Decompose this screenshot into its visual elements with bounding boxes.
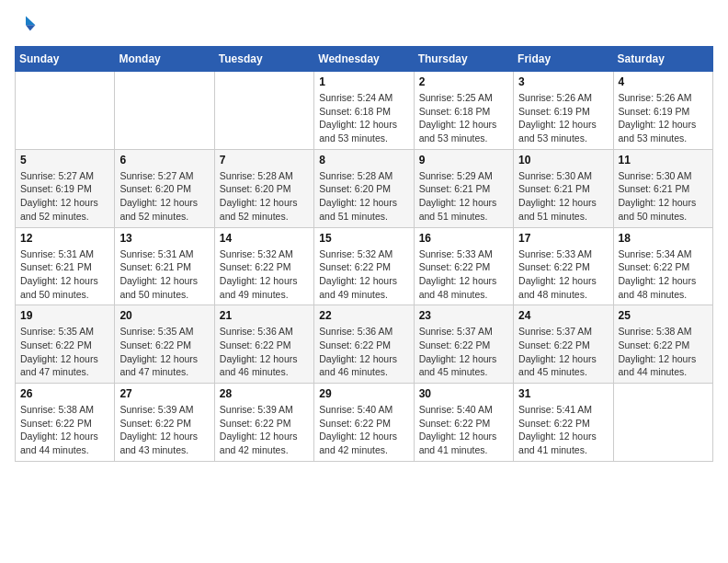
day-number: 29: [319, 387, 408, 400]
calendar-cell: 3Sunrise: 5:26 AM Sunset: 6:19 PM Daylig…: [514, 72, 613, 150]
day-info: Sunrise: 5:39 AM Sunset: 6:22 PM Dayligh…: [119, 403, 209, 457]
calendar-cell: 11Sunrise: 5:30 AM Sunset: 6:21 PM Dayli…: [613, 149, 712, 227]
calendar-day-header: Wednesday: [314, 47, 414, 72]
day-number: 15: [319, 232, 408, 245]
day-number: 13: [119, 232, 209, 245]
day-number: 18: [619, 232, 708, 245]
calendar-cell: 19Sunrise: 5:35 AM Sunset: 6:22 PM Dayli…: [16, 305, 115, 384]
calendar-day-header: Thursday: [414, 47, 513, 72]
calendar-cell: 15Sunrise: 5:32 AM Sunset: 6:22 PM Dayli…: [314, 227, 414, 305]
calendar-cell: [613, 384, 712, 462]
logo-icon: [15, 15, 37, 37]
day-info: Sunrise: 5:33 AM Sunset: 6:22 PM Dayligh…: [419, 247, 508, 302]
day-info: Sunrise: 5:30 AM Sunset: 6:21 PM Dayligh…: [518, 169, 608, 224]
calendar-cell: 24Sunrise: 5:37 AM Sunset: 6:22 PM Dayli…: [514, 305, 613, 384]
calendar-cell: 10Sunrise: 5:30 AM Sunset: 6:21 PM Dayli…: [514, 149, 613, 227]
calendar-cell: 20Sunrise: 5:35 AM Sunset: 6:22 PM Dayli…: [115, 305, 214, 384]
day-number: 16: [419, 232, 508, 245]
day-info: Sunrise: 5:39 AM Sunset: 6:22 PM Dayligh…: [220, 403, 309, 457]
calendar-cell: 31Sunrise: 5:41 AM Sunset: 6:22 PM Dayli…: [514, 384, 613, 462]
day-number: 31: [518, 387, 608, 400]
day-info: Sunrise: 5:31 AM Sunset: 6:21 PM Dayligh…: [119, 247, 209, 302]
day-info: Sunrise: 5:40 AM Sunset: 6:22 PM Dayligh…: [319, 403, 408, 457]
calendar-cell: 5Sunrise: 5:27 AM Sunset: 6:19 PM Daylig…: [16, 149, 115, 227]
calendar-cell: 8Sunrise: 5:28 AM Sunset: 6:20 PM Daylig…: [314, 149, 414, 227]
day-number: 12: [20, 232, 109, 245]
calendar-cell: 21Sunrise: 5:36 AM Sunset: 6:22 PM Dayli…: [214, 305, 313, 384]
day-info: Sunrise: 5:28 AM Sunset: 6:20 PM Dayligh…: [319, 169, 408, 224]
day-number: 26: [20, 387, 109, 400]
day-info: Sunrise: 5:27 AM Sunset: 6:20 PM Dayligh…: [119, 169, 209, 224]
day-number: 7: [220, 154, 309, 167]
day-number: 4: [619, 75, 708, 88]
calendar-week-row: 19Sunrise: 5:35 AM Sunset: 6:22 PM Dayli…: [16, 305, 713, 384]
day-info: Sunrise: 5:37 AM Sunset: 6:22 PM Dayligh…: [518, 325, 608, 379]
day-info: Sunrise: 5:27 AM Sunset: 6:19 PM Dayligh…: [20, 169, 109, 224]
day-number: 14: [220, 232, 309, 245]
day-info: Sunrise: 5:26 AM Sunset: 6:19 PM Dayligh…: [619, 91, 708, 145]
calendar-cell: [115, 72, 214, 150]
day-info: Sunrise: 5:40 AM Sunset: 6:22 PM Dayligh…: [419, 403, 508, 457]
calendar-cell: 26Sunrise: 5:38 AM Sunset: 6:22 PM Dayli…: [16, 384, 115, 462]
day-info: Sunrise: 5:36 AM Sunset: 6:22 PM Dayligh…: [220, 325, 309, 379]
day-number: 25: [619, 309, 708, 322]
day-info: Sunrise: 5:30 AM Sunset: 6:21 PM Dayligh…: [619, 169, 708, 224]
calendar-cell: 4Sunrise: 5:26 AM Sunset: 6:19 PM Daylig…: [613, 72, 712, 150]
day-info: Sunrise: 5:26 AM Sunset: 6:19 PM Dayligh…: [518, 91, 608, 145]
calendar-table: SundayMondayTuesdayWednesdayThursdayFrid…: [15, 46, 713, 462]
day-info: Sunrise: 5:37 AM Sunset: 6:22 PM Dayligh…: [419, 325, 508, 379]
day-info: Sunrise: 5:31 AM Sunset: 6:21 PM Dayligh…: [20, 247, 109, 302]
calendar-cell: 30Sunrise: 5:40 AM Sunset: 6:22 PM Dayli…: [414, 384, 513, 462]
logo: [15, 15, 40, 37]
day-number: 6: [119, 154, 209, 167]
calendar-cell: 23Sunrise: 5:37 AM Sunset: 6:22 PM Dayli…: [414, 305, 513, 384]
calendar-cell: 2Sunrise: 5:25 AM Sunset: 6:18 PM Daylig…: [414, 72, 513, 150]
day-number: 23: [419, 309, 508, 322]
calendar-cell: 1Sunrise: 5:24 AM Sunset: 6:18 PM Daylig…: [314, 72, 414, 150]
day-number: 24: [518, 309, 608, 322]
day-number: 27: [119, 387, 209, 400]
calendar-cell: 28Sunrise: 5:39 AM Sunset: 6:22 PM Dayli…: [214, 384, 313, 462]
day-info: Sunrise: 5:29 AM Sunset: 6:21 PM Dayligh…: [419, 169, 508, 224]
page-header: [15, 15, 713, 37]
day-number: 9: [419, 154, 508, 167]
day-info: Sunrise: 5:28 AM Sunset: 6:20 PM Dayligh…: [220, 169, 309, 224]
calendar-day-header: Friday: [514, 47, 613, 72]
day-info: Sunrise: 5:25 AM Sunset: 6:18 PM Dayligh…: [419, 91, 508, 145]
svg-marker-0: [26, 17, 35, 26]
calendar-cell: 12Sunrise: 5:31 AM Sunset: 6:21 PM Dayli…: [16, 227, 115, 305]
calendar-cell: 18Sunrise: 5:34 AM Sunset: 6:22 PM Dayli…: [613, 227, 712, 305]
calendar-cell: 9Sunrise: 5:29 AM Sunset: 6:21 PM Daylig…: [414, 149, 513, 227]
day-number: 20: [119, 309, 209, 322]
day-number: 10: [518, 154, 608, 167]
day-info: Sunrise: 5:24 AM Sunset: 6:18 PM Dayligh…: [319, 91, 408, 145]
calendar-day-header: Tuesday: [214, 47, 313, 72]
day-info: Sunrise: 5:41 AM Sunset: 6:22 PM Dayligh…: [518, 403, 608, 457]
day-info: Sunrise: 5:32 AM Sunset: 6:22 PM Dayligh…: [319, 247, 408, 302]
day-info: Sunrise: 5:33 AM Sunset: 6:22 PM Dayligh…: [518, 247, 608, 302]
day-number: 28: [220, 387, 309, 400]
day-info: Sunrise: 5:38 AM Sunset: 6:22 PM Dayligh…: [20, 403, 109, 457]
calendar-cell: 25Sunrise: 5:38 AM Sunset: 6:22 PM Dayli…: [613, 305, 712, 384]
day-number: 19: [20, 309, 109, 322]
calendar-cell: 27Sunrise: 5:39 AM Sunset: 6:22 PM Dayli…: [115, 384, 214, 462]
day-number: 2: [419, 75, 508, 88]
calendar-week-row: 12Sunrise: 5:31 AM Sunset: 6:21 PM Dayli…: [16, 227, 713, 305]
day-number: 8: [319, 154, 408, 167]
day-number: 21: [220, 309, 309, 322]
calendar-header-row: SundayMondayTuesdayWednesdayThursdayFrid…: [16, 47, 713, 72]
day-info: Sunrise: 5:35 AM Sunset: 6:22 PM Dayligh…: [119, 325, 209, 379]
calendar-cell: 22Sunrise: 5:36 AM Sunset: 6:22 PM Dayli…: [314, 305, 414, 384]
day-info: Sunrise: 5:35 AM Sunset: 6:22 PM Dayligh…: [20, 325, 109, 379]
calendar-cell: 17Sunrise: 5:33 AM Sunset: 6:22 PM Dayli…: [514, 227, 613, 305]
calendar-cell: [214, 72, 313, 150]
day-number: 5: [20, 154, 109, 167]
svg-marker-1: [26, 25, 35, 30]
calendar-cell: 7Sunrise: 5:28 AM Sunset: 6:20 PM Daylig…: [214, 149, 313, 227]
calendar-cell: 6Sunrise: 5:27 AM Sunset: 6:20 PM Daylig…: [115, 149, 214, 227]
calendar-cell: 29Sunrise: 5:40 AM Sunset: 6:22 PM Dayli…: [314, 384, 414, 462]
day-number: 1: [319, 75, 408, 88]
calendar-week-row: 1Sunrise: 5:24 AM Sunset: 6:18 PM Daylig…: [16, 72, 713, 150]
calendar-body: 1Sunrise: 5:24 AM Sunset: 6:18 PM Daylig…: [16, 72, 713, 462]
calendar-day-header: Monday: [115, 47, 214, 72]
